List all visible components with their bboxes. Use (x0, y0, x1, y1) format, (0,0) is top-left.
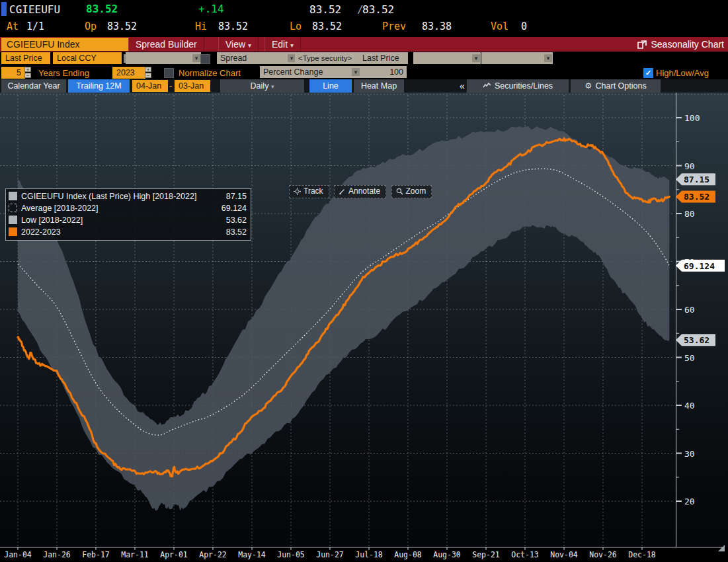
high-low-avg-label: High/Low/Avg (656, 68, 709, 78)
security-ticker: CGIEEUFU (9, 3, 60, 16)
date-range-dash: - (169, 81, 172, 91)
seasonality-chart-canvas[interactable]: 2030405060708090100Jan-04Jan-26Feb-17Mar… (0, 93, 728, 562)
seasonality-chart-button[interactable]: Seasonality Chart (637, 37, 724, 52)
base-value-input[interactable]: 100 (360, 66, 407, 78)
years-ending-label: Years Ending (38, 68, 89, 78)
legend-row: Low [2018-2022]53.62 (9, 214, 248, 226)
price-tag-value: 53.62 (684, 335, 709, 345)
x-axis-label: Oct-13 (511, 550, 539, 559)
chart-tool-buttons: Track Annotate Zoom (289, 184, 434, 198)
legend-swatch-icon (9, 216, 17, 224)
low-label: Lo (290, 20, 302, 32)
tab-line[interactable]: Line (309, 79, 352, 93)
legend-label: Average [2018-2022] (21, 204, 99, 213)
date-from-input[interactable]: 04-Jan (132, 80, 168, 92)
prev-value: 83.38 (422, 20, 452, 32)
chart-plot[interactable]: 2030405060708090100Jan-04Jan-26Feb-17Mar… (0, 93, 728, 562)
legend-label: Low [2018-2022] (21, 216, 83, 225)
x-axis-label: Nov-26 (589, 550, 617, 559)
chevron-down-icon: ▾ (352, 68, 360, 76)
legend-swatch-icon (9, 192, 17, 200)
x-axis-label: Jun-05 (277, 550, 305, 559)
price-field-select[interactable]: Last Price (359, 52, 408, 64)
legend-swatch-icon (9, 227, 17, 236)
tab-trailing-12m[interactable]: Trailing 12M (68, 79, 130, 93)
securities-lines-button[interactable]: Securities/Lines (467, 79, 569, 93)
input-cursor-block (1, 2, 7, 16)
currency-select[interactable]: Local CCY▾ (53, 52, 122, 64)
tab-heat-map[interactable]: Heat Map (354, 79, 404, 93)
menu-spread-builder[interactable]: Spread Builder (128, 37, 204, 52)
y-axis-label: 90 (684, 161, 695, 171)
x-axis-label: Aug-30 (433, 550, 461, 559)
annotate-button[interactable]: Annotate (334, 185, 386, 198)
legend-value: 53.62 (226, 214, 247, 226)
empty-select[interactable]: ▾ (126, 52, 201, 64)
prev-label: Prev (382, 20, 406, 32)
price-tag-value: 83.52 (684, 192, 709, 202)
price-change: +.14 (198, 3, 224, 15)
normalize-checkbox[interactable] (164, 68, 174, 78)
high-low-avg-checkbox[interactable]: ✓ (643, 68, 653, 78)
legend-label: CGIEEUFU Index (Last Price) High [2018-2… (21, 192, 196, 201)
years-stepper[interactable]: +− (24, 67, 31, 79)
gear-icon: ⚙ (585, 81, 592, 91)
security-tab[interactable]: CGIEEUFU Index (1, 38, 128, 51)
x-axis-label: Aug-08 (394, 550, 422, 559)
empty-select-3[interactable]: ▾ (481, 52, 553, 64)
price-tag-value: 69.124 (684, 261, 715, 271)
chevron-down-icon: ▾ (192, 54, 200, 62)
empty-select-2[interactable]: ▾ (413, 52, 481, 64)
bloomberg-terminal: CGIEEUFU 83.52 +.14 83.52 / 83.52 At 1/1… (0, 0, 728, 562)
zoom-button[interactable]: Zoom (391, 185, 432, 198)
toolbar-checkbox[interactable] (200, 54, 210, 64)
type-security-input[interactable]: <Type security> (295, 52, 360, 64)
years-count-input[interactable]: 5 (1, 67, 25, 79)
x-axis-label: Jan-26 (43, 550, 71, 559)
x-axis-label: Nov-04 (550, 550, 578, 559)
bid-price: 83.52 (309, 3, 341, 16)
chevron-down-icon: ▾ (544, 54, 552, 62)
ask-price: 83.52 (362, 3, 394, 16)
year-input[interactable]: 2023 (112, 67, 145, 79)
last-price: 83.52 (86, 3, 118, 15)
y-axis-label: 20 (684, 497, 695, 506)
y-axis-label: 30 (684, 449, 695, 459)
period-select[interactable]: Daily ▾ (220, 79, 304, 93)
legend-value: 69.124 (222, 202, 247, 214)
year-stepper[interactable]: +− (145, 67, 151, 79)
y-axis-label: 50 (684, 353, 695, 363)
spread-select[interactable]: Spread▾ (217, 52, 296, 64)
open-value: 83.52 (107, 20, 137, 32)
x-axis-label: Dec-18 (628, 550, 656, 559)
x-axis-label: Mar-11 (121, 550, 149, 559)
toolbar-row-3: Calendar Year Trailing 12M 04-Jan - 03-J… (0, 79, 728, 93)
x-axis-label: Jul-18 (355, 550, 383, 559)
track-button[interactable]: Track (289, 185, 329, 198)
x-axis-label: Apr-01 (160, 550, 188, 559)
export-icon (637, 40, 647, 49)
legend-swatch-icon (9, 204, 17, 212)
legend-row: CGIEEUFU Index (Last Price) High [2018-2… (9, 190, 248, 202)
vol-value: 0 (521, 20, 527, 32)
chart-legend: CGIEEUFU Index (Last Price) High [2018-2… (5, 188, 251, 241)
line-chart-icon (483, 82, 491, 89)
tab-calendar-year[interactable]: Calendar Year (1, 79, 66, 93)
vol-label: Vol (491, 20, 508, 32)
chevron-down-icon: ▾ (248, 42, 251, 49)
x-axis-label: May-14 (238, 550, 266, 559)
date-to-input[interactable]: 03-Jan (175, 80, 210, 92)
legend-row: Average [2018-2022]69.124 (9, 202, 248, 214)
field-type-button[interactable]: Last Price (1, 52, 50, 64)
x-axis-label: Sep-21 (472, 550, 500, 559)
legend-label: 2022-2023 (21, 227, 61, 237)
price-tag-value: 87.15 (684, 175, 709, 184)
low-value: 83.52 (312, 20, 342, 32)
pencil-icon (339, 188, 346, 195)
normalize-mode-select[interactable]: Percent Change▾ (260, 66, 360, 78)
menu-edit[interactable]: Edit ▾ (264, 37, 301, 52)
legend-value: 87.15 (226, 190, 247, 202)
normalize-label: Normalize Chart (179, 68, 241, 78)
menu-view[interactable]: View ▾ (218, 37, 259, 52)
chart-options-button[interactable]: ⚙Chart Options (571, 79, 661, 93)
